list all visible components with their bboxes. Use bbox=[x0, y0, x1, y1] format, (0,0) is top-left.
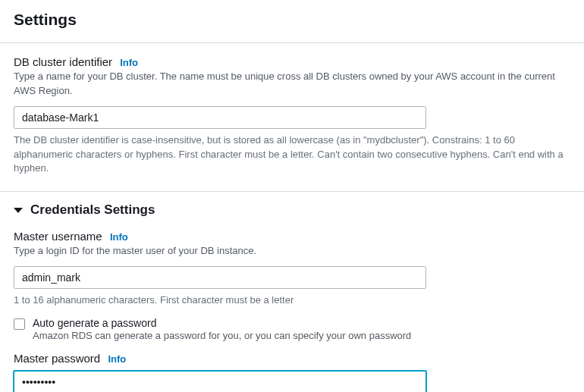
cluster-id-description: Type a name for your DB cluster. The nam… bbox=[14, 70, 570, 99]
caret-down-icon bbox=[14, 208, 23, 213]
credentials-section: Master username Info Type a login ID for… bbox=[0, 225, 584, 392]
credentials-section-title: Credentials Settings bbox=[30, 202, 155, 218]
credentials-section-toggle[interactable]: Credentials Settings bbox=[0, 192, 584, 225]
master-username-info-link[interactable]: Info bbox=[110, 231, 128, 243]
cluster-id-hint: The DB cluster identifier is case-insens… bbox=[14, 133, 570, 177]
page-title: Settings bbox=[14, 11, 570, 29]
master-username-hint: 1 to 16 alphanumeric characters. First c… bbox=[14, 293, 570, 308]
auto-generate-password-checkbox[interactable] bbox=[14, 318, 25, 330]
master-password-input[interactable] bbox=[14, 371, 426, 392]
cluster-id-label: DB cluster identifier Info bbox=[14, 55, 570, 68]
master-password-info-link[interactable]: Info bbox=[108, 353, 126, 365]
master-username-input[interactable] bbox=[14, 266, 426, 289]
db-cluster-identifier-section: DB cluster identifier Info Type a name f… bbox=[0, 43, 584, 191]
cluster-id-input[interactable] bbox=[14, 106, 426, 129]
master-username-description: Type a login ID for the master user of y… bbox=[14, 244, 570, 259]
settings-header: Settings bbox=[0, 0, 584, 43]
cluster-id-info-link[interactable]: Info bbox=[120, 57, 138, 68]
auto-generate-password-text: Auto generate a password Amazon RDS can … bbox=[33, 317, 411, 341]
master-username-label: Master username Info bbox=[14, 230, 570, 243]
master-password-label: Master password Info bbox=[14, 352, 570, 365]
auto-generate-password-row: Auto generate a password Amazon RDS can … bbox=[14, 317, 570, 341]
